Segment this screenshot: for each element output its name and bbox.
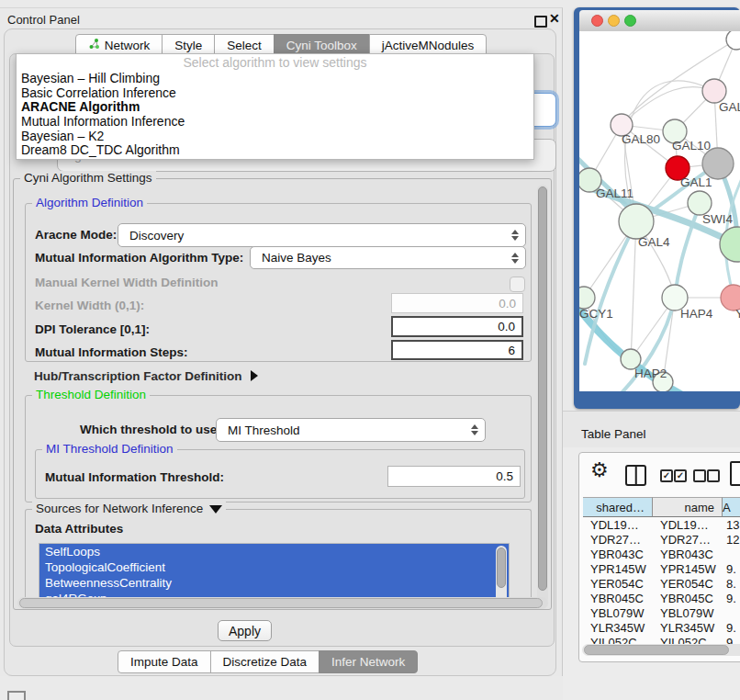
scrollbar-thumb[interactable]	[538, 186, 547, 591]
column-header-shared[interactable]: shared…	[583, 497, 653, 517]
attributes-list-scrollbar[interactable]	[496, 546, 507, 604]
table-row[interactable]: YBR043CYBR043C	[583, 548, 740, 562]
settings-vertical-scrollbar[interactable]	[537, 185, 548, 604]
deselect-all-checkbox-icon[interactable]	[707, 469, 720, 482]
settings-group-title: Cyni Algorithm Settings	[20, 171, 156, 185]
sources-group: Sources for Network Inference Data Attri…	[25, 509, 532, 609]
mi-steps-field[interactable]: 6	[391, 340, 523, 360]
node-label-gal: GAL	[719, 100, 740, 114]
table-panel-header: Table Panel	[563, 411, 740, 448]
float-window-icon[interactable]	[534, 16, 547, 28]
select-all-checkbox-icon[interactable]: ✓	[660, 469, 673, 482]
table-cell: 12	[723, 533, 740, 548]
dpi-tolerance-label: DPI Tolerance [0,1]:	[35, 322, 150, 336]
stepper-icon	[471, 424, 478, 435]
bottom-tab-bar: Impute DataDiscretize DataInfer Network	[118, 650, 418, 673]
data-attributes-list[interactable]: SelfLoopsTopologicalCoefficientBetweenne…	[39, 543, 510, 605]
stepper-icon	[511, 253, 519, 264]
hub-section-toggle[interactable]: Hub/Transcription Factor Definition	[34, 369, 258, 383]
network-window-titlebar[interactable]	[579, 10, 740, 32]
dpi-tolerance-value: 0.0	[498, 320, 515, 333]
node-label-gal10: GAL10	[672, 139, 711, 152]
mi-threshold-field[interactable]: 0.5	[387, 466, 521, 487]
table-row[interactable]: YER054CYER054C8.	[583, 577, 740, 592]
algorithm-option-bayesian-hill-climbing[interactable]: Bayesian – Hill Climbing	[17, 72, 533, 86]
dock-panel-icon[interactable]	[7, 691, 26, 700]
table-row[interactable]: YLR345WYLR345W9.	[583, 621, 740, 636]
table-cell: YBR045C	[653, 592, 723, 606]
kernel-width-field[interactable]: 0.0	[391, 293, 523, 313]
tab-impute-data[interactable]: Impute Data	[118, 650, 211, 673]
scrollbar-thumb[interactable]	[497, 548, 506, 588]
algorithm-option-aracne-algorithm[interactable]: ARACNE Algorithm	[17, 100, 533, 115]
table-cell: YDR27…	[583, 533, 653, 548]
column-header-name[interactable]: name	[653, 497, 723, 517]
aracne-mode-combobox[interactable]: Discovery	[118, 223, 526, 247]
scrollbar-thumb[interactable]	[19, 598, 543, 608]
aracne-mode-label: Aracne Mode:	[35, 228, 117, 242]
collapsed-arrow-icon	[251, 370, 258, 381]
table-cell: YPR145W	[583, 562, 653, 577]
which-threshold-combobox[interactable]: MI Threshold	[216, 418, 486, 442]
manual-kernel-checkbox[interactable]	[510, 277, 525, 292]
deselect-all-checkbox-icon[interactable]	[693, 469, 706, 482]
attribute-item-selfloops[interactable]: SelfLoops	[39, 544, 509, 559]
node-label-y: Y	[735, 307, 740, 321]
threshold-definition-title: Threshold Definition	[32, 388, 150, 401]
data-attributes-label: Data Attributes	[35, 522, 123, 536]
close-traffic-light-icon[interactable]	[591, 15, 603, 27]
column-layout-icon[interactable]	[625, 465, 646, 486]
new-table-icon[interactable]	[730, 461, 740, 486]
gear-icon[interactable]: ⚙	[590, 460, 609, 480]
tab-infer-network[interactable]: Infer Network	[319, 650, 418, 673]
network-edge[interactable]	[631, 221, 636, 359]
table-cell: YBL079W	[653, 606, 723, 621]
table-horizontal-scrollbar[interactable]	[582, 644, 740, 656]
mi-type-combobox[interactable]: Naive Bayes	[250, 246, 526, 269]
table-cell: 8.	[723, 577, 740, 592]
table-cell: YBL079W	[583, 606, 653, 621]
table-cell: YER054C	[583, 577, 653, 592]
table-row[interactable]: YPR145WYPR145W9.	[583, 562, 740, 577]
zoom-traffic-light-icon[interactable]	[624, 15, 636, 27]
algorithm-option-mutual-information-inference[interactable]: Mutual Information Inference	[17, 115, 533, 130]
tab-label: jActiveMNodules	[382, 38, 475, 53]
algorithm-option-bayesian-k2[interactable]: Bayesian – K2	[17, 130, 533, 144]
apply-button[interactable]: Apply	[218, 620, 272, 641]
dropdown-placeholder: Select algorithm to view settings	[17, 54, 533, 72]
algorithm-option-basic-correlation-inference[interactable]: Basic Correlation Inference	[17, 86, 533, 101]
network-canvas[interactable]: GALGAL80GAL10GAL1GAL11SWI4GAL4GCY1HAP4YH…	[579, 31, 740, 391]
table-row[interactable]: YDR27…YDR27…12	[583, 533, 740, 548]
cyni-algorithm-settings-group: Cyni Algorithm Settings Algorithm Defini…	[13, 178, 552, 610]
mi-threshold-definition-group: MI Threshold Definition Mutual Informati…	[35, 449, 525, 499]
table-row[interactable]: YBR045CYBR045C9.	[583, 592, 740, 606]
network-node[interactable]	[702, 148, 734, 179]
attribute-item-betweennesscentrality[interactable]: BetweennessCentrality	[39, 575, 509, 591]
dpi-tolerance-field[interactable]: 0.0	[391, 316, 523, 337]
attribute-item-topologicalcoefficient[interactable]: TopologicalCoefficient	[39, 559, 509, 575]
table-row[interactable]: YBL079WYBL079W	[583, 606, 740, 621]
sources-toggle[interactable]: Sources for Network Inference	[32, 502, 226, 515]
settings-horizontal-scrollbar[interactable]	[17, 597, 548, 609]
sources-title: Sources for Network Inference	[36, 502, 203, 515]
kernel-width-label: Kernel Width (0,1):	[35, 299, 144, 312]
aracne-mode-value: Discovery	[129, 229, 184, 243]
network-node[interactable]	[726, 31, 740, 50]
network-icon	[88, 38, 100, 53]
select-all-checkbox-icon[interactable]: ✓	[674, 469, 687, 482]
minimize-traffic-light-icon[interactable]	[608, 15, 620, 27]
close-icon[interactable]: ✕	[549, 11, 560, 26]
algorithm-option-dream8-dc-tdc-algorithm[interactable]: Dream8 DC_TDC Algorithm	[17, 143, 533, 158]
tab-discretize-data[interactable]: Discretize Data	[210, 650, 320, 673]
which-threshold-value: MI Threshold	[228, 423, 300, 437]
threshold-definition-group: Threshold Definition Which threshold to …	[25, 395, 532, 502]
network-node[interactable]	[579, 287, 595, 309]
table-row[interactable]: YDL19…YDL19…13	[583, 518, 740, 533]
network-node[interactable]	[619, 204, 654, 239]
network-graph[interactable]: GALGAL80GAL10GAL1GAL11SWI4GAL4GCY1HAP4YH…	[579, 31, 740, 391]
column-header-a[interactable]: A	[723, 497, 740, 517]
window-title: Control Panel	[7, 13, 80, 27]
network-view-window: GALGAL80GAL10GAL1GAL11SWI4GAL4GCY1HAP4YH…	[574, 7, 740, 409]
scrollbar-thumb[interactable]	[584, 645, 729, 655]
network-node[interactable]	[720, 227, 740, 262]
